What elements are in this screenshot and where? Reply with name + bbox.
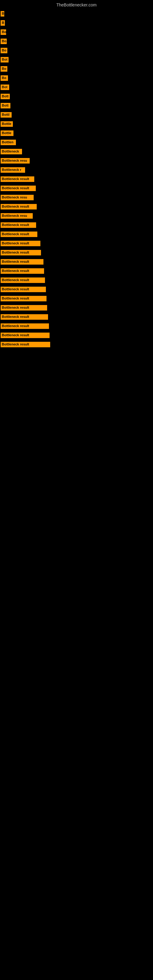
bar-label: Bottleneck result: [1, 342, 50, 347]
bar-label: Bottle: [1, 130, 13, 136]
bar-label: Bottleneck resu: [1, 158, 30, 164]
bar-row: B: [0, 18, 153, 27]
bar-row: Bottl: [0, 110, 153, 119]
bar-row: Bottleneck resu: [0, 193, 153, 202]
bar-label: Bott: [1, 103, 10, 108]
bar-row: Bottleneck result: [0, 294, 153, 303]
bar-row: Bottleneck result: [0, 285, 153, 294]
bar-row: Bottleneck result: [0, 340, 153, 349]
bar-label: Bottleneck r: [1, 167, 25, 173]
bar-label: B: [1, 11, 4, 16]
bar-label: Bottleneck result: [1, 177, 34, 182]
bar-row: Bo: [0, 73, 153, 83]
bar-label: B: [1, 20, 5, 26]
bar-label: Bo: [1, 38, 7, 44]
bar-row: Bottleneck result: [0, 184, 153, 193]
bar-row: Bottleneck resu: [0, 156, 153, 165]
bar-label: Bottleneck result: [1, 222, 36, 228]
bar-row: Bo: [0, 27, 153, 37]
bar-row: Bottlen: [0, 138, 153, 147]
bar-row: Bottleneck result: [0, 248, 153, 257]
bar-label: Bottleneck result: [1, 204, 37, 210]
bar-row: Bottleneck result: [0, 175, 153, 184]
bar-row: Bottleneck r: [0, 165, 153, 175]
bar-label: Bo: [1, 75, 8, 81]
bar-label: Bottleneck result: [1, 332, 49, 338]
bar-label: Bottleneck result: [1, 268, 44, 274]
bar-row: Bot: [0, 83, 153, 92]
bar-label: Bottleneck result: [1, 259, 43, 265]
bar-row: Bottle: [0, 129, 153, 138]
bar-row: Bottleneck resu: [0, 211, 153, 221]
bar-row: Bottleneck result: [0, 221, 153, 230]
bar-label: Bottleneck resu: [1, 213, 33, 219]
bar-label: Bott: [1, 94, 10, 99]
bar-label: Bottleneck result: [1, 286, 46, 292]
bar-row: Bo: [0, 46, 153, 55]
bar-label: Bottleneck resu: [1, 195, 33, 200]
bar-row: B: [0, 9, 153, 18]
bar-row: Bottleneck: [0, 147, 153, 156]
bar-label: Bottleneck result: [1, 296, 46, 301]
bar-label: Bottleneck result: [1, 305, 47, 310]
bar-label: Bo: [1, 66, 7, 72]
bar-label: Bot: [1, 57, 9, 62]
bar-label: Bottleneck result: [1, 323, 49, 329]
bar-label: Bottlen: [1, 140, 16, 145]
site-title: TheBottlenecker.com: [0, 0, 153, 10]
bar-row: Bottleneck result: [0, 230, 153, 239]
bar-row: Bott: [0, 101, 153, 110]
bar-row: Bot: [0, 55, 153, 64]
bar-label: Bottleneck: [1, 149, 22, 154]
bar-row: Bott: [0, 92, 153, 101]
bar-row: Bo: [0, 64, 153, 73]
bar-label: Bot: [1, 84, 9, 90]
bar-row: Bottle: [0, 119, 153, 129]
bar-row: Bottleneck result: [0, 257, 153, 266]
bar-label: Bottle: [1, 121, 13, 127]
bar-row: Bottleneck result: [0, 239, 153, 248]
bar-row: Bottleneck result: [0, 202, 153, 211]
bar-label: Bottleneck result: [1, 314, 48, 320]
bar-label: Bottleneck result: [1, 186, 36, 191]
bar-label: Bottleneck result: [1, 232, 37, 237]
bar-row: Bottleneck result: [0, 312, 153, 321]
bar-row: Bottleneck result: [0, 275, 153, 285]
bar-row: Bottleneck result: [0, 331, 153, 340]
bars-container: BBBoBoBoBotBoBoBotBottBottBottlBottleBot…: [0, 9, 153, 349]
bar-label: Bottleneck result: [1, 241, 40, 246]
bar-label: Bottl: [1, 112, 12, 118]
bar-label: Bottleneck result: [1, 277, 45, 283]
bar-row: Bottleneck result: [0, 303, 153, 312]
bar-label: Bottleneck result: [1, 250, 41, 255]
bar-label: Bo: [1, 48, 7, 53]
bar-row: Bottleneck result: [0, 321, 153, 331]
bar-label: Bo: [1, 29, 6, 35]
bar-row: Bottleneck result: [0, 266, 153, 275]
bar-row: Bo: [0, 37, 153, 46]
